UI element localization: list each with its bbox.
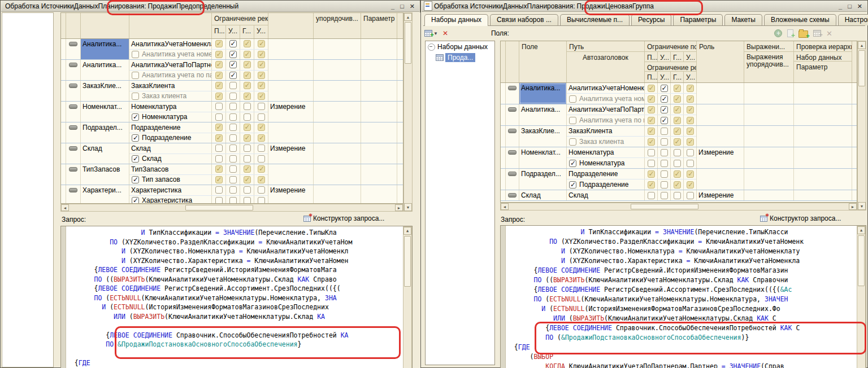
checkbox-unchecked[interactable] bbox=[648, 160, 655, 167]
checkbox-unchecked[interactable] bbox=[215, 197, 223, 204]
scroll-left-button[interactable] bbox=[501, 203, 509, 210]
checkbox-auto-checked[interactable] bbox=[215, 51, 223, 58]
restriction-cell[interactable] bbox=[671, 190, 684, 200]
checkbox-auto-checked[interactable] bbox=[687, 128, 694, 135]
header-check-col-1[interactable]: П... bbox=[645, 52, 658, 62]
checkbox-auto-checked[interactable] bbox=[244, 176, 251, 183]
tree-item-dataset[interactable]: Прода... bbox=[436, 53, 494, 62]
scroll-up-button[interactable] bbox=[404, 13, 412, 21]
row-selector-cell[interactable] bbox=[501, 190, 506, 200]
expression-cell[interactable] bbox=[314, 122, 361, 143]
autotitle-cell[interactable]: Номенклатура bbox=[129, 112, 212, 122]
checkbox-unchecked[interactable] bbox=[258, 155, 265, 163]
restriction-cell[interactable] bbox=[658, 158, 671, 168]
header-expression[interactable]: Выражени... bbox=[744, 41, 793, 52]
checkbox-unchecked[interactable] bbox=[661, 128, 668, 135]
field-cell[interactable]: ЗаказКлие... bbox=[81, 81, 129, 101]
restriction-cell[interactable] bbox=[254, 50, 268, 60]
expression-cell[interactable] bbox=[314, 185, 361, 204]
restriction-cell[interactable] bbox=[254, 81, 268, 91]
role-cell[interactable]: Измерение bbox=[268, 185, 314, 204]
restriction-cell[interactable] bbox=[671, 147, 684, 157]
restriction-cell[interactable] bbox=[254, 71, 268, 81]
restriction-cell[interactable] bbox=[240, 122, 254, 133]
path-cell[interactable]: АналитикаУчетаНоменкла... bbox=[129, 39, 212, 49]
restriction-cell[interactable] bbox=[226, 81, 240, 91]
autotitle-cell[interactable]: Аналитика учета по па... bbox=[129, 71, 212, 81]
checkbox-auto-checked[interactable] bbox=[258, 40, 265, 47]
checkbox-checked[interactable] bbox=[661, 106, 668, 113]
header-parameter[interactable]: Параметр bbox=[794, 62, 852, 82]
checkbox-unchecked[interactable] bbox=[229, 113, 237, 121]
restriction-cell[interactable] bbox=[240, 91, 254, 102]
path-cell[interactable]: Склад bbox=[129, 143, 212, 154]
path-cell[interactable]: Подразделение bbox=[567, 169, 645, 179]
restriction-cell[interactable] bbox=[212, 185, 226, 195]
restriction-cell[interactable] bbox=[212, 39, 226, 49]
hierarchy-cell[interactable] bbox=[361, 81, 397, 101]
restriction-cell[interactable] bbox=[645, 104, 658, 115]
minimize-button[interactable]: _ bbox=[391, 1, 394, 11]
restriction-cell[interactable] bbox=[658, 169, 671, 179]
restriction-cell[interactable] bbox=[658, 115, 671, 125]
restriction-cell[interactable] bbox=[684, 190, 697, 200]
checkbox-unchecked[interactable] bbox=[661, 149, 668, 156]
expression-cell[interactable] bbox=[744, 190, 794, 200]
checkbox-auto-checked[interactable] bbox=[244, 165, 251, 173]
checkbox-auto-checked[interactable] bbox=[244, 61, 251, 68]
checkbox-auto-checked[interactable] bbox=[258, 82, 265, 89]
role-cell[interactable] bbox=[268, 122, 314, 143]
restriction-cell[interactable] bbox=[658, 190, 671, 200]
checkbox-unchecked[interactable] bbox=[215, 186, 223, 194]
restriction-cell[interactable] bbox=[240, 143, 254, 154]
table-row[interactable]: Аналитика...АналитикаУчетаПоПартне...Ана… bbox=[501, 104, 857, 126]
restriction-cell[interactable] bbox=[671, 104, 684, 115]
restriction-cell[interactable] bbox=[226, 175, 240, 185]
autotitle-checkbox[interactable] bbox=[132, 155, 139, 163]
autotitle-cell[interactable]: Заказ клиента bbox=[129, 91, 212, 102]
autotitle-checkbox[interactable] bbox=[569, 138, 576, 146]
checkbox-auto-checked[interactable] bbox=[648, 117, 655, 124]
role-cell[interactable] bbox=[268, 39, 314, 59]
restriction-cell[interactable] bbox=[212, 164, 226, 174]
path-cell[interactable]: ЗаказКлиента bbox=[129, 81, 212, 91]
checkbox-unchecked[interactable] bbox=[258, 197, 265, 204]
checkbox-unchecked[interactable] bbox=[244, 103, 251, 110]
row-selector-cell[interactable] bbox=[501, 83, 506, 104]
close-button[interactable]: ✕ bbox=[857, 1, 862, 11]
autotitle-checkbox[interactable] bbox=[132, 93, 139, 100]
tab-datasets[interactable]: Наборы данных bbox=[424, 14, 488, 26]
restriction-cell[interactable] bbox=[254, 164, 268, 174]
checkbox-unchecked[interactable] bbox=[244, 186, 251, 194]
path-cell[interactable]: АналитикаУчетаПоПартне... bbox=[567, 104, 645, 115]
checkbox-auto-checked[interactable] bbox=[244, 72, 251, 79]
autotitle-checkbox[interactable] bbox=[569, 160, 576, 167]
restriction-cell[interactable] bbox=[240, 154, 254, 164]
checkbox-auto-checked[interactable] bbox=[674, 85, 681, 92]
restriction-cell[interactable] bbox=[671, 115, 684, 125]
checkbox-checked[interactable] bbox=[229, 61, 237, 68]
checkbox-unchecked[interactable] bbox=[229, 124, 237, 131]
checkbox-auto-checked[interactable] bbox=[244, 51, 251, 58]
restriction-cell[interactable] bbox=[671, 158, 684, 168]
restriction-cell[interactable] bbox=[226, 154, 240, 164]
checkbox-auto-checked[interactable] bbox=[648, 95, 655, 103]
tab-item[interactable]: Связи наборов ... bbox=[490, 14, 558, 25]
expression-cell[interactable] bbox=[744, 169, 794, 190]
expression-cell[interactable] bbox=[744, 147, 794, 168]
hierarchy-cell[interactable] bbox=[361, 39, 397, 59]
autotitle-checkbox[interactable] bbox=[569, 117, 576, 124]
role-cell[interactable] bbox=[697, 126, 744, 147]
path-cell[interactable]: ТипЗапасов bbox=[129, 164, 212, 174]
restriction-cell[interactable] bbox=[684, 179, 697, 190]
tab-item[interactable]: Вложенные схемы bbox=[764, 14, 836, 25]
maximize-button[interactable]: □ bbox=[848, 1, 852, 11]
checkbox-auto-checked[interactable] bbox=[215, 165, 223, 173]
tab-item[interactable]: Макеты bbox=[724, 14, 762, 25]
path-cell[interactable]: Характеристика bbox=[129, 185, 212, 195]
restriction-cell[interactable] bbox=[212, 196, 226, 204]
restriction-cell[interactable] bbox=[254, 102, 268, 112]
restriction-cell[interactable] bbox=[226, 50, 240, 60]
datasets-tree-panel[interactable] bbox=[2, 12, 54, 367]
delete-dataset-button[interactable]: ✕ bbox=[442, 29, 448, 37]
